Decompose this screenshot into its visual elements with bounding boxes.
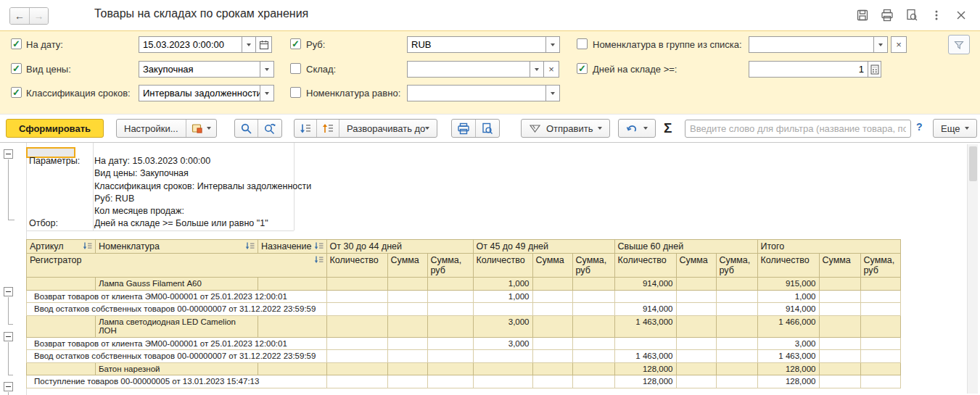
empty-value-cell[interactable]	[532, 278, 572, 291]
empty-value-cell[interactable]	[819, 303, 860, 316]
dropdown-button-period-classification[interactable]	[260, 86, 273, 101]
empty-value-cell[interactable]	[473, 350, 532, 363]
empty-value-cell[interactable]	[676, 375, 716, 388]
empty-value-cell[interactable]	[532, 303, 572, 316]
value-cell[interactable]: 128,000	[757, 362, 819, 375]
empty-value-cell[interactable]	[860, 375, 900, 388]
empty-value-cell[interactable]	[676, 362, 716, 375]
empty-value-cell[interactable]	[532, 315, 572, 337]
settings-button[interactable]: Настройки...	[117, 120, 186, 137]
empty-value-cell[interactable]	[716, 303, 757, 316]
empty-value-cell[interactable]	[532, 290, 572, 303]
empty-value-cell[interactable]	[387, 315, 427, 337]
empty-value-cell[interactable]	[716, 290, 757, 303]
checkbox-nomenclature-group-list[interactable]	[577, 38, 588, 49]
empty-value-cell[interactable]	[326, 290, 387, 303]
dropdown-button-currency[interactable]	[545, 37, 559, 52]
empty-value-cell[interactable]	[326, 350, 387, 363]
field-value-warehouse[interactable]	[408, 62, 530, 77]
checkbox-date[interactable]: ✓	[11, 38, 22, 49]
field-warehouse[interactable]	[407, 61, 544, 78]
registrator-cell[interactable]: Поступление товаров 00-00000005 от 13.01…	[27, 375, 327, 388]
checkbox-nomenclature-equals[interactable]	[290, 87, 301, 98]
value-cell[interactable]: 128,000	[614, 362, 676, 375]
group-name-cell[interactable]: Лампа светодиодная LED Camelion ЛОН	[96, 315, 258, 337]
collapse-group-button[interactable]	[4, 382, 13, 391]
clear-button-nomenclature-group-list[interactable]: ×	[891, 36, 907, 53]
field-price-type[interactable]: Закупочная	[139, 61, 274, 78]
empty-value-cell[interactable]	[819, 290, 860, 303]
empty-value-cell[interactable]	[676, 303, 716, 316]
generate-button[interactable]: Сформировать	[6, 119, 104, 138]
empty-value-cell[interactable]	[427, 375, 473, 388]
empty-value-cell[interactable]	[387, 375, 427, 388]
empty-value-cell[interactable]	[427, 337, 473, 350]
value-cell[interactable]: 1 463,000	[614, 315, 676, 337]
column-group-header-2[interactable]: Свыше 60 дней	[614, 240, 757, 254]
empty-value-cell[interactable]	[819, 362, 860, 375]
empty-value-cell[interactable]	[427, 362, 473, 375]
field-days-in-warehouse[interactable]: 1	[749, 61, 881, 78]
value-cell[interactable]: 3,000	[473, 337, 532, 350]
collapse-group-button[interactable]	[4, 287, 13, 296]
field-value-price-type[interactable]: Закупочная	[139, 62, 260, 77]
column-header-art[interactable]: Артикул	[27, 240, 96, 254]
empty-cell[interactable]	[258, 315, 327, 337]
detail-row[interactable]: Возврат товаров от клиента ЭМ00-000001 о…	[27, 337, 901, 350]
calculator-button-days-in-warehouse[interactable]	[868, 62, 881, 77]
value-cell[interactable]: 128,000	[757, 375, 819, 388]
detail-row[interactable]: Возврат товаров от клиента ЭМ00-000001 о…	[27, 290, 901, 303]
column-group-header-0[interactable]: От 30 до 44 дней	[326, 240, 473, 254]
empty-value-cell[interactable]	[716, 278, 757, 291]
empty-value-cell[interactable]	[716, 350, 757, 363]
checkbox-price-type[interactable]: ✓	[11, 63, 22, 74]
column-subheader-3-0[interactable]: Количество	[757, 254, 819, 278]
value-cell[interactable]: 3,000	[473, 315, 532, 337]
empty-value-cell[interactable]	[614, 337, 676, 350]
value-cell[interactable]: 1 466,000	[757, 315, 819, 337]
print-preview-icon[interactable]	[903, 7, 921, 24]
empty-value-cell[interactable]	[427, 290, 473, 303]
dropdown-button-nomenclature-equals[interactable]	[545, 86, 559, 101]
help-button[interactable]: ?	[916, 121, 923, 133]
clear-button-warehouse[interactable]: ×	[543, 61, 559, 78]
save-icon[interactable]	[854, 7, 871, 24]
column-subheader-3-2[interactable]: Сумма, руб	[860, 254, 900, 278]
empty-value-cell[interactable]	[572, 362, 614, 375]
field-nomenclature-group-list[interactable]	[749, 36, 888, 53]
empty-value-cell[interactable]	[473, 375, 532, 388]
column-subheader-2-1[interactable]: Сумма	[676, 254, 716, 278]
value-cell[interactable]: 914,000	[614, 303, 676, 316]
value-cell[interactable]: 915,000	[757, 278, 819, 291]
checkbox-currency[interactable]: ✓	[290, 38, 301, 49]
filter-settings-button[interactable]	[948, 35, 970, 54]
search-button[interactable]	[235, 120, 258, 137]
value-cell[interactable]: 914,000	[757, 303, 819, 316]
empty-cell[interactable]	[27, 315, 96, 337]
empty-value-cell[interactable]	[819, 315, 860, 337]
dropdown-button-date[interactable]	[242, 37, 255, 52]
empty-value-cell[interactable]	[387, 350, 427, 363]
calendar-button-date[interactable]	[255, 37, 271, 52]
empty-value-cell[interactable]	[326, 337, 387, 350]
registrator-cell[interactable]: Ввод остатков собственных товаров 00-000…	[27, 303, 327, 316]
empty-value-cell[interactable]	[326, 375, 387, 388]
empty-value-cell[interactable]	[427, 278, 473, 291]
dropdown-button-price-type[interactable]	[260, 62, 273, 77]
more-icon[interactable]	[928, 7, 945, 24]
empty-value-cell[interactable]	[427, 303, 473, 316]
empty-value-cell[interactable]	[532, 350, 572, 363]
empty-value-cell[interactable]	[860, 362, 900, 375]
collapse-groups-button[interactable]	[295, 120, 316, 137]
detail-row[interactable]: Ввод остатков собственных товаров 00-000…	[27, 350, 901, 363]
column-subheader-1-2[interactable]: Сумма, руб	[572, 254, 614, 278]
cancel-search-button[interactable]	[258, 120, 281, 137]
forward-button[interactable]: →	[29, 8, 48, 24]
empty-value-cell[interactable]	[387, 362, 427, 375]
field-nomenclature-equals[interactable]	[407, 85, 560, 101]
group-row[interactable]: Батон нарезной128,000128,000	[27, 362, 901, 375]
column-group-header-1[interactable]: От 45 до 49 дней	[473, 240, 614, 254]
back-button[interactable]: ←	[10, 8, 29, 24]
empty-value-cell[interactable]	[572, 290, 614, 303]
value-cell[interactable]: 1,000	[473, 278, 532, 291]
